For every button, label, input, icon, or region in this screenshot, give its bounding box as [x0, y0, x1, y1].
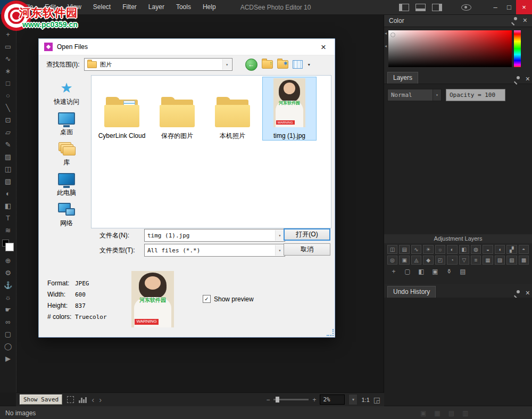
- menu-layer[interactable]: Layer: [143, 0, 170, 14]
- dialog-resize-grip[interactable]: [327, 329, 334, 336]
- place-libraries[interactable]: 库: [43, 140, 90, 170]
- blend-mode-select[interactable]: Normal ▾: [387, 89, 442, 101]
- adj-sharpen-icon[interactable]: ▧: [506, 256, 517, 265]
- zoom-slider[interactable]: [273, 399, 309, 400]
- show-preview-checkbox[interactable]: ✓: [203, 295, 211, 303]
- adj-hue-saturation-icon[interactable]: ◧: [459, 245, 469, 254]
- text-tool[interactable]: T: [1, 212, 15, 224]
- dodge-tool[interactable]: ◐: [1, 187, 15, 200]
- adj-white-balance-icon[interactable]: ☀: [423, 245, 433, 254]
- visibility-icon[interactable]: [461, 4, 471, 11]
- adj-invert-icon[interactable]: ◎: [387, 256, 397, 265]
- adj-levels-icon[interactable]: ▤: [399, 245, 409, 254]
- file-type-select[interactable]: All files (*.*) ▾: [144, 244, 285, 257]
- hue-strip[interactable]: [514, 30, 521, 67]
- adj-threshold-icon[interactable]: ◬: [411, 256, 421, 265]
- menu-select[interactable]: Select: [87, 0, 117, 14]
- up-one-level-button[interactable]: ↑: [262, 60, 273, 69]
- dialog-close-icon[interactable]: ×: [318, 43, 329, 52]
- tab-layers[interactable]: Layers: [387, 72, 418, 84]
- navigator-icon[interactable]: ◲: [373, 396, 380, 404]
- back-button[interactable]: ←: [245, 59, 257, 71]
- ellipse-tool[interactable]: ○: [1, 89, 15, 102]
- magic-wand-tool[interactable]: ∗: [1, 65, 15, 77]
- layer-mask-button[interactable]: ◧: [416, 267, 427, 276]
- pencil-tool[interactable]: ✎: [1, 138, 15, 151]
- adj-color-balance-icon[interactable]: ◍: [471, 245, 481, 254]
- app-icon[interactable]: [0, 0, 15, 14]
- pin-icon[interactable]: [514, 290, 520, 296]
- chevron-down-icon[interactable]: ▾: [222, 59, 231, 70]
- chevron-down-icon[interactable]: ▾: [275, 230, 284, 241]
- zoom-tool[interactable]: ⊕: [1, 254, 15, 267]
- foreground-color-swatch[interactable]: [5, 243, 14, 251]
- zoom-slider-thumb[interactable]: [276, 397, 279, 402]
- smart-link-tool[interactable]: ∞: [1, 316, 15, 328]
- adj-blur-icon[interactable]: ▩: [519, 256, 529, 265]
- crop-tool[interactable]: ⊡: [1, 114, 15, 126]
- file-item-timg-selected[interactable]: 河东软件园 WARNING timg (1).jpg: [262, 77, 317, 141]
- adj-brightness-icon[interactable]: ☼: [435, 245, 445, 254]
- menu-view[interactable]: View: [62, 0, 87, 14]
- menu-help[interactable]: Help: [197, 0, 222, 14]
- gradient-tool[interactable]: ◫: [1, 163, 15, 175]
- color-swatches[interactable]: [2, 239, 14, 252]
- dim-panel-icon-2[interactable]: ▦: [434, 409, 440, 417]
- cancel-button[interactable]: 取消: [284, 243, 330, 256]
- layer-properties-button[interactable]: ▤: [458, 267, 468, 276]
- adj-tone-curve-icon[interactable]: ≡: [471, 256, 481, 265]
- place-this-pc[interactable]: 此电脑: [43, 170, 90, 201]
- adj-channel-mixer-icon[interactable]: ▞: [506, 245, 517, 254]
- place-quick-access[interactable]: ★ 快速访问: [43, 79, 90, 110]
- tab-undo-history[interactable]: Undo History: [387, 286, 436, 298]
- place-desktop[interactable]: 桌面: [43, 110, 90, 140]
- file-item-local-photos[interactable]: 本机照片: [206, 77, 259, 140]
- play-button[interactable]: ▶: [1, 352, 15, 365]
- zoom-dropdown-icon[interactable]: ▾: [348, 394, 358, 405]
- fill-tool[interactable]: ◧: [1, 200, 15, 212]
- frame-tool[interactable]: ▢: [1, 328, 15, 340]
- place-network[interactable]: 网络: [43, 201, 90, 231]
- rectangle-tool[interactable]: □: [1, 77, 15, 89]
- adj-levels-rgb-icon[interactable]: ▽: [459, 256, 469, 265]
- group-layers-button[interactable]: ▢: [402, 267, 413, 276]
- zoom-in-icon[interactable]: +: [312, 396, 316, 404]
- adj-noise-icon[interactable]: ▨: [495, 256, 505, 265]
- adj-contrast-icon[interactable]: ◐: [447, 245, 457, 254]
- toggle-right-pane-icon[interactable]: [432, 4, 442, 11]
- menu-edit[interactable]: Edit: [39, 0, 62, 14]
- dim-panel-icon-3[interactable]: ▤: [448, 409, 454, 417]
- slider-marker-icon[interactable]: ◂: [385, 31, 387, 36]
- fit-image-icon[interactable]: [67, 396, 74, 403]
- look-in-select[interactable]: 图片 ▾: [84, 58, 232, 71]
- adj-vibrance-icon[interactable]: ◒: [483, 245, 493, 254]
- adj-photo-filter-icon[interactable]: ◖: [495, 245, 505, 254]
- chevron-down-icon[interactable]: ▾: [433, 89, 441, 101]
- hand-tool[interactable]: ☛: [1, 303, 15, 316]
- show-preview-option[interactable]: ✓ Show preview: [203, 295, 254, 303]
- adj-exposure-icon[interactable]: ◫: [387, 245, 397, 254]
- line-tool[interactable]: ╲: [1, 102, 15, 114]
- menu-filter[interactable]: Filter: [117, 0, 143, 14]
- adj-split-tone-icon[interactable]: ◰: [435, 256, 445, 265]
- color-picker-marker[interactable]: [390, 32, 395, 37]
- dim-panel-icon-4[interactable]: ▥: [462, 409, 468, 417]
- dim-panel-icon-1[interactable]: ▣: [420, 409, 426, 417]
- toggle-bottom-pane-icon[interactable]: [415, 4, 426, 11]
- zoom-value-field[interactable]: 2%: [320, 395, 345, 405]
- minimize-button[interactable]: –: [488, 0, 502, 14]
- close-panel-icon[interactable]: ×: [526, 289, 530, 297]
- saturation-value-box[interactable]: [388, 30, 512, 67]
- blur-tool[interactable]: ≋: [1, 224, 15, 236]
- zoom-out-icon[interactable]: −: [266, 396, 270, 404]
- actual-size-button[interactable]: 1:1: [361, 397, 369, 403]
- menu-file[interactable]: File: [17, 0, 39, 14]
- lasso-tool[interactable]: ∿: [1, 53, 15, 65]
- next-image-button[interactable]: ›: [99, 396, 102, 404]
- record-button[interactable]: ◯: [1, 340, 15, 352]
- toggle-left-pane-icon[interactable]: [399, 4, 409, 11]
- chevron-down-icon[interactable]: ▾: [275, 245, 284, 256]
- file-item-saved-pictures[interactable]: 保存的图片: [151, 77, 204, 140]
- adj-pattern-icon[interactable]: ▦: [483, 256, 493, 265]
- pin-icon[interactable]: [514, 76, 520, 82]
